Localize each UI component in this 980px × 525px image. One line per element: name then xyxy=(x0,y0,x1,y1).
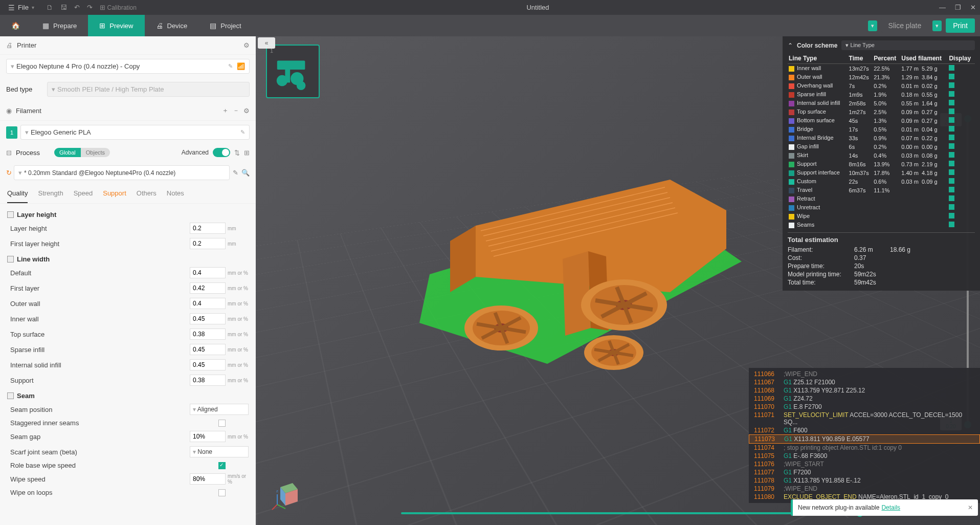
tab-strength[interactable]: Strength xyxy=(38,184,63,203)
tab-speed[interactable]: Speed xyxy=(74,184,93,203)
legend-row[interactable]: Unretract xyxy=(788,203,975,212)
filament-settings-icon[interactable]: ⚙ xyxy=(243,107,250,115)
legend-toggle[interactable] xyxy=(949,108,954,114)
setting-input[interactable] xyxy=(190,282,226,294)
legend-row[interactable]: Bottom surface45s1.3%0.09 m 0.27 g xyxy=(788,116,975,125)
notification-close-icon[interactable]: ✕ xyxy=(968,504,973,511)
legend-row[interactable]: Top surface1m27s2.5%0.09 m 0.27 g xyxy=(788,107,975,116)
setting-input[interactable] xyxy=(190,431,226,442)
minimize-icon[interactable]: — xyxy=(939,4,946,11)
group-line_width[interactable]: Line width xyxy=(7,251,249,265)
printer-preset-dropdown[interactable]: ▾Elegoo Neptune 4 Pro (0.4 nozzle) - Cop… xyxy=(6,59,250,74)
setting-input[interactable] xyxy=(190,298,226,309)
legend-toggle[interactable] xyxy=(949,65,954,71)
color-scheme-dropdown[interactable]: ▾ Line Type xyxy=(841,40,975,50)
gcode-line[interactable]: 111066;WIPE_END xyxy=(749,370,980,378)
legend-row[interactable]: Support interface10m37s17.8%1.40 m 4.18 … xyxy=(788,168,975,177)
gcode-line[interactable]: 111068G1 X113.759 Y92.871 Z25.12 xyxy=(749,386,980,395)
legend-row[interactable]: Sparse infill1m9s1.9%0.18 m 0.55 g xyxy=(788,90,975,99)
legend-row[interactable]: Retract xyxy=(788,194,975,203)
legend-toggle[interactable] xyxy=(949,152,954,158)
gcode-line[interactable]: 111074; stop printing object Aleron.STL … xyxy=(749,444,980,452)
process-menu-icon[interactable]: ⊞ xyxy=(244,149,250,157)
setting-input[interactable] xyxy=(190,313,226,324)
setting-checkbox[interactable] xyxy=(218,489,226,496)
legend-toggle[interactable] xyxy=(949,135,954,140)
legend-row[interactable]: Outer wall12m42s21.3%1.29 m 3.84 g xyxy=(788,73,975,81)
preset-edit-icon[interactable]: ✎ xyxy=(233,169,238,177)
close-icon[interactable]: ✕ xyxy=(970,4,976,11)
gcode-line[interactable]: 111076;WIPE_START xyxy=(749,460,980,468)
setting-dropdown[interactable]: ▾ Aligned xyxy=(190,404,249,415)
legend-toggle[interactable] xyxy=(949,74,954,79)
legend-row[interactable]: Bridge17s0.5%0.01 m 0.04 g xyxy=(788,125,975,134)
legend-row[interactable]: Support8m16s13.9%0.73 m 2.19 g xyxy=(788,160,975,168)
global-pill[interactable]: Global xyxy=(54,148,81,157)
setting-input[interactable] xyxy=(190,344,226,355)
slice-options-dropdown[interactable]: ▾ xyxy=(868,20,877,31)
gcode-line[interactable]: 111069G1 Z24.72 xyxy=(749,395,980,403)
calibration-button[interactable]: ⊞ Calibration xyxy=(100,4,137,11)
advanced-toggle[interactable] xyxy=(213,148,230,157)
tab-notes[interactable]: Notes xyxy=(167,184,184,203)
legend-toggle[interactable] xyxy=(949,117,954,123)
legend-toggle[interactable] xyxy=(949,82,954,88)
legend-row[interactable]: Gap infill6s0.2%0.00 m 0.00 g xyxy=(788,142,975,151)
remove-filament-icon[interactable]: － xyxy=(233,106,239,115)
gcode-viewer[interactable]: 111066;WIPE_END111067G1 Z25.12 F21000111… xyxy=(749,368,980,503)
legend-toggle[interactable] xyxy=(949,126,954,132)
preset-search-icon[interactable]: 🔍 xyxy=(241,169,250,177)
filament-preset-dropdown[interactable]: ▾Elegoo Generic PLA✎ xyxy=(20,125,250,140)
legend-toggle[interactable] xyxy=(949,187,954,192)
setting-input[interactable] xyxy=(190,223,226,234)
gcode-line[interactable]: 111079;WIPE_END xyxy=(749,485,980,493)
prepare-tab[interactable]: ▦Prepare xyxy=(31,15,88,36)
redo-icon[interactable]: ↷ xyxy=(87,4,93,11)
objects-pill[interactable]: Objects xyxy=(81,148,110,157)
maximize-icon[interactable]: ❐ xyxy=(955,4,961,11)
collapse-legend-icon[interactable]: ⌃ xyxy=(788,42,793,49)
legend-toggle[interactable] xyxy=(949,143,954,149)
legend-row[interactable]: Inner wall13m27s22.5%1.77 m 5.29 g xyxy=(788,64,975,73)
project-tab[interactable]: ▤Project xyxy=(198,15,252,36)
tab-others[interactable]: Others xyxy=(137,184,157,203)
print-options-dropdown[interactable]: ▾ xyxy=(932,20,942,31)
legend-row[interactable]: Internal solid infill2m58s5.0%0.55 m 1.6… xyxy=(788,99,975,107)
gcode-line[interactable]: 111078G1 X113.785 Y91.858 E-.12 xyxy=(749,476,980,485)
gcode-line[interactable]: 111073G1 X113.811 Y90.859 E.05577 xyxy=(749,434,980,444)
device-tab[interactable]: 🖨Device xyxy=(145,15,199,36)
legend-row[interactable]: Internal Bridge33s0.9%0.07 m 0.22 g xyxy=(788,134,975,142)
tab-quality[interactable]: Quality xyxy=(7,184,28,203)
gcode-line[interactable]: 111072G1 F600 xyxy=(749,426,980,434)
collapse-panel-button[interactable]: « xyxy=(258,37,275,49)
undo-icon[interactable]: ↶ xyxy=(74,4,80,11)
home-tab[interactable]: 🏠 xyxy=(0,15,31,36)
setting-checkbox[interactable] xyxy=(218,420,226,427)
legend-row[interactable]: Travel6m37s11.1% xyxy=(788,186,975,194)
legend-toggle[interactable] xyxy=(949,204,954,210)
preview-viewport[interactable]: « 1 xyxy=(256,36,980,525)
tab-support[interactable]: Support xyxy=(103,184,126,203)
print-button[interactable]: Print xyxy=(946,18,975,33)
legend-toggle[interactable] xyxy=(949,222,954,227)
slice-button[interactable]: Slice plate xyxy=(881,18,929,33)
legend-toggle[interactable] xyxy=(949,91,954,97)
file-menu[interactable]: ☰ File ▾ xyxy=(4,4,38,12)
setting-input[interactable] xyxy=(190,473,226,485)
plate-thumbnail[interactable]: 1 xyxy=(266,45,320,98)
add-filament-icon[interactable]: ＋ xyxy=(222,106,229,115)
gcode-line[interactable]: 111067G1 Z25.12 F21000 xyxy=(749,378,980,386)
legend-toggle[interactable] xyxy=(949,100,954,105)
setting-input[interactable] xyxy=(190,375,226,386)
gcode-line[interactable]: 111071SET_VELOCITY_LIMIT ACCEL=3000 ACCE… xyxy=(749,411,980,426)
legend-row[interactable]: Wipe xyxy=(788,212,975,221)
gcode-line[interactable]: 111070G1 E.8 F2700 xyxy=(749,403,980,411)
process-compare-icon[interactable]: ⇅ xyxy=(234,149,240,157)
legend-row[interactable]: Skirt14s0.4%0.03 m 0.08 g xyxy=(788,151,975,160)
preview-tab[interactable]: ⊞Preview xyxy=(88,15,144,36)
orientation-cube[interactable]: z xyxy=(270,478,303,511)
legend-toggle[interactable] xyxy=(949,169,954,175)
printer-settings-icon[interactable]: ⚙ xyxy=(243,41,250,49)
group-seam[interactable]: Seam xyxy=(7,388,249,402)
legend-toggle[interactable] xyxy=(949,161,954,166)
